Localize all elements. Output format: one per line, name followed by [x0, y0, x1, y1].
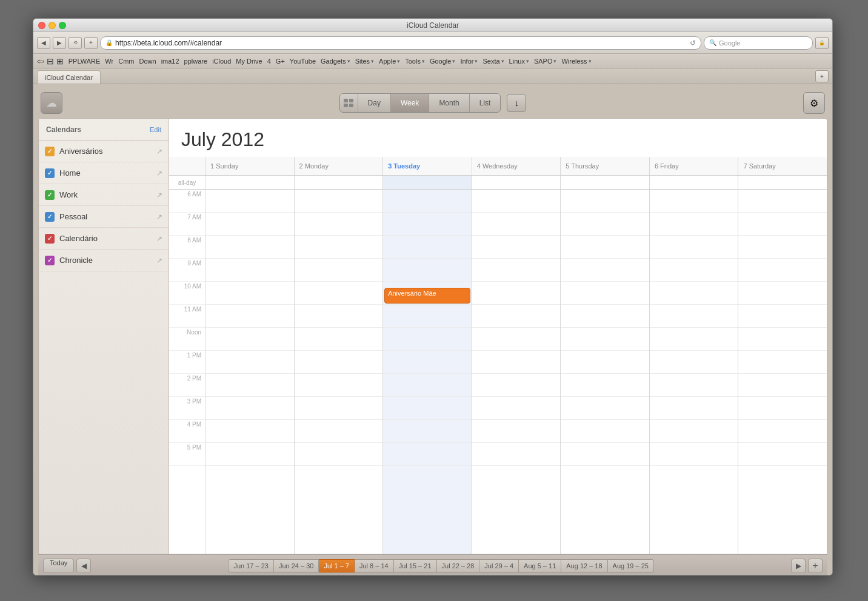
bookmark-tools[interactable]: Tools ▾	[405, 58, 425, 65]
day-col-tue[interactable]: Aniversário Mãe	[383, 190, 472, 554]
bookmark-pplware2[interactable]: pplware	[184, 58, 208, 65]
pessoal-label: Pessoal	[59, 212, 152, 221]
bookmark-wireless[interactable]: Wireless ▾	[561, 58, 591, 65]
bookmark-pplware[interactable]: PPLWARE	[68, 58, 101, 65]
new-tab-button[interactable]: +	[815, 70, 829, 82]
calendar-grid-icon[interactable]	[340, 94, 358, 112]
bookmark-sexta[interactable]: Sexta ▾	[482, 58, 504, 65]
sidebar-header: Calendars Edit	[39, 119, 169, 141]
bookmark-wr[interactable]: Wr	[105, 58, 113, 65]
event-aniversario-mae[interactable]: Aniversário Mãe	[384, 288, 470, 304]
calendar-item-pessoal[interactable]: ✓ Pessoal ↗	[39, 206, 169, 228]
time-slots[interactable]: 6 AM 7 AM 8 AM 9 AM 10 AM 11 AM Noon 1 P…	[169, 190, 827, 554]
day-col-sun[interactable]	[205, 190, 295, 554]
week-jul8[interactable]: Jul 8 – 14	[355, 559, 394, 573]
browser-window: iCloud Calendar ◀ ▶ ⟲ + 🔒 https://beta.i…	[33, 18, 833, 576]
browser-toolbar: ◀ ▶ ⟲ + 🔒 https://beta.icloud.com/#calen…	[33, 32, 832, 54]
week-jul22[interactable]: Jul 22 – 28	[437, 559, 480, 573]
gear-button[interactable]: ⚙	[803, 92, 825, 114]
list-view-btn[interactable]: List	[470, 94, 501, 112]
pessoal-checkbox[interactable]: ✓	[45, 212, 55, 222]
export-icon: ↓	[515, 98, 519, 108]
reload-icon[interactable]: ↺	[690, 39, 696, 47]
export-button[interactable]: ↓	[507, 94, 526, 112]
bookmark-linux[interactable]: Linux ▾	[509, 58, 529, 65]
calendar-item-home[interactable]: ✓ Home ↗	[39, 162, 169, 184]
active-tab[interactable]: iCloud Calendar	[37, 70, 101, 84]
maximize-button[interactable]	[59, 22, 66, 29]
time-10am: 10 AM	[169, 282, 205, 305]
day-col-thu[interactable]	[561, 190, 650, 554]
aniversarios-checkbox[interactable]: ✓	[45, 147, 55, 156]
bookmark-down[interactable]: Down	[139, 58, 156, 65]
bookmark-gadgets[interactable]: Gadgets ▾	[321, 58, 350, 65]
title-bar: iCloud Calendar	[33, 19, 832, 32]
calendar-title: July 2012	[169, 119, 827, 157]
bookmark-infor[interactable]: Infor ▾	[460, 58, 478, 65]
allday-thu	[561, 176, 650, 189]
day-col-mon[interactable]	[295, 190, 384, 554]
calendar-item-work[interactable]: ✓ Work ↗	[39, 184, 169, 206]
bookmark-cmm[interactable]: Cmm	[118, 58, 134, 65]
month-view-btn[interactable]: Month	[429, 94, 469, 112]
bookmark-4[interactable]: 4	[267, 58, 271, 65]
allday-tue	[383, 176, 472, 189]
calendario-checkbox[interactable]: ✓	[45, 234, 55, 244]
day-col-wed[interactable]	[472, 190, 561, 554]
week-jul1[interactable]: Jul 1 – 7	[319, 559, 355, 573]
bookmark-sites[interactable]: Sites ▾	[355, 58, 374, 65]
close-button[interactable]	[38, 22, 45, 29]
week-jun17[interactable]: Jun 17 – 23	[228, 559, 274, 573]
tab-label: iCloud Calendar	[45, 74, 93, 81]
bookmark-google[interactable]: Google ▾	[430, 58, 455, 65]
minimize-button[interactable]	[48, 22, 56, 29]
bookmark-mydrive[interactable]: My Drive	[236, 58, 262, 65]
time-11am: 11 AM	[169, 305, 205, 328]
week-jul29[interactable]: Jul 29 – 4	[479, 559, 519, 573]
calendar-item-aniversarios[interactable]: ✓ Aniversários ↗	[39, 141, 169, 162]
bookmark-ima12[interactable]: ima12	[161, 58, 179, 65]
bookmark-icloud[interactable]: iCloud	[212, 58, 231, 65]
work-checkbox[interactable]: ✓	[45, 190, 55, 200]
week-view-btn[interactable]: Week	[391, 94, 429, 112]
week-aug5[interactable]: Aug 5 – 11	[519, 559, 561, 573]
back-button[interactable]: ◀	[37, 37, 50, 49]
time-9am: 9 AM	[169, 259, 205, 282]
time-3pm: 3 PM	[169, 397, 205, 420]
forward-button[interactable]: ▶	[53, 37, 66, 49]
week-aug19[interactable]: Aug 19 – 25	[608, 559, 654, 573]
time-6am: 6 AM	[169, 190, 205, 213]
week-jun24[interactable]: Jun 24 – 30	[274, 559, 319, 573]
bookmark-sapo[interactable]: SAPO ▾	[534, 58, 557, 65]
add-tab-button[interactable]: +	[84, 37, 98, 49]
cloud-button[interactable]: ☁	[41, 92, 62, 114]
calendar-item-chronicle[interactable]: ✓ Chronicle ↗	[39, 250, 169, 271]
time-7am: 7 AM	[169, 213, 205, 236]
add-event-button[interactable]: +	[808, 559, 823, 573]
edit-button[interactable]: Edit	[150, 126, 161, 133]
calendar-item-calendario[interactable]: ✓ Calendário ↗	[39, 228, 169, 250]
day-view-btn[interactable]: Day	[358, 94, 391, 112]
secure-icon[interactable]: 🔒	[815, 37, 829, 49]
url-text: https://beta.icloud.com/#calendar	[115, 39, 222, 47]
day-header-sun: 1 Sunday	[205, 157, 295, 175]
next-week-button[interactable]: ▶	[791, 559, 806, 573]
week-jul15[interactable]: Jul 15 – 21	[394, 559, 437, 573]
address-bar[interactable]: 🔒 https://beta.icloud.com/#calendar ↺	[100, 36, 701, 50]
history-button[interactable]: ⟲	[68, 37, 82, 49]
today-button[interactable]: Today	[43, 559, 74, 573]
chronicle-checkbox[interactable]: ✓	[45, 256, 55, 265]
week-aug12[interactable]: Aug 12 – 18	[561, 559, 607, 573]
search-bar[interactable]: 🔍 Google	[704, 36, 813, 50]
bottom-nav: Today ◀ Jun 17 – 23 Jun 24 – 30 Jul 1 – …	[38, 554, 827, 576]
bookmarks-bar: ⇦ ⊟ ⊞ PPLWARE Wr Cmm Down ima12 pplware …	[33, 54, 832, 68]
prev-week-button[interactable]: ◀	[76, 559, 91, 573]
day-col-fri[interactable]	[650, 190, 739, 554]
day-col-sat[interactable]	[738, 190, 827, 554]
home-checkbox[interactable]: ✓	[45, 168, 55, 178]
bookmark-gplus[interactable]: G+	[276, 58, 285, 65]
bookmark-apple[interactable]: Apple ▾	[379, 58, 400, 65]
traffic-lights	[38, 22, 66, 29]
time-8am: 8 AM	[169, 236, 205, 259]
bookmark-youtube[interactable]: YouTube	[290, 58, 316, 65]
